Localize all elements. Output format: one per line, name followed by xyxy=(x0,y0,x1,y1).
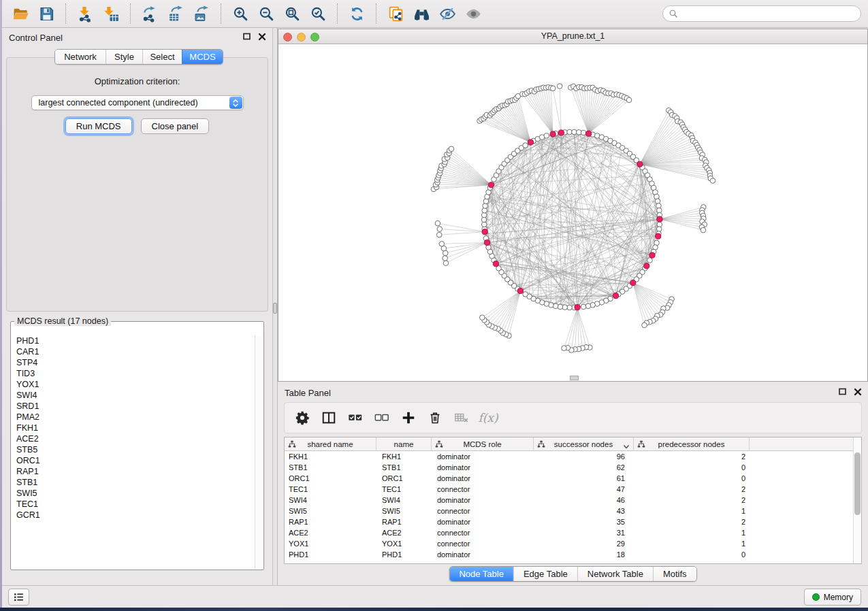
export-network-icon[interactable] xyxy=(140,3,160,24)
table-row[interactable]: FKH1FKH1dominator962 xyxy=(285,451,853,462)
cell-successor-nodes[interactable]: 61 xyxy=(534,473,634,484)
cell-successor-nodes[interactable]: 29 xyxy=(534,538,634,549)
import-network-icon[interactable] xyxy=(75,3,95,24)
cell-predecessor-nodes[interactable]: 2 xyxy=(634,495,750,506)
close-panel-icon[interactable] xyxy=(853,387,863,397)
cell-predecessor-nodes[interactable]: 2 xyxy=(634,451,750,462)
open-session-icon[interactable] xyxy=(10,3,31,24)
function-builder-icon[interactable]: f(x) xyxy=(480,410,496,426)
select-all-icon[interactable] xyxy=(347,410,364,426)
window-close-icon[interactable] xyxy=(283,33,292,42)
float-panel-icon[interactable] xyxy=(242,32,252,42)
cell-mcds-role[interactable]: dominator xyxy=(432,451,534,462)
cell-shared-name[interactable]: ORC1 xyxy=(285,473,376,484)
table-scrollbar[interactable] xyxy=(853,437,861,563)
cell-predecessor-nodes[interactable]: 0 xyxy=(634,462,750,473)
tab-network-table[interactable]: Network Table xyxy=(577,567,653,581)
show-hide-details-icon[interactable] xyxy=(463,3,483,24)
cell-predecessor-nodes[interactable]: 0 xyxy=(634,549,750,560)
import-table-icon[interactable] xyxy=(101,3,121,24)
deselect-all-icon[interactable] xyxy=(374,410,390,426)
cell-name[interactable]: PHD1 xyxy=(376,549,432,560)
cell-shared-name[interactable]: YOX1 xyxy=(285,538,376,549)
cell-shared-name[interactable]: STB1 xyxy=(285,462,376,473)
cell-name[interactable]: YOX1 xyxy=(376,538,432,549)
mcds-result-scrollbar[interactable] xyxy=(255,335,262,568)
cell-name[interactable]: ACE2 xyxy=(376,527,432,538)
clone-network-icon[interactable] xyxy=(385,3,406,24)
cell-name[interactable]: RAP1 xyxy=(376,516,432,527)
cell-mcds-role[interactable]: dominator xyxy=(432,495,534,506)
cell-name[interactable]: SWI4 xyxy=(376,495,432,506)
table-row[interactable]: PHD1PHD1dominator180 xyxy=(285,549,853,560)
delete-column-icon[interactable] xyxy=(427,410,443,426)
network-window-titlebar[interactable]: YPA_prune.txt_1 xyxy=(278,29,867,44)
cell-successor-nodes[interactable]: 47 xyxy=(534,484,634,495)
tab-motifs[interactable]: Motifs xyxy=(653,567,696,581)
cell-successor-nodes[interactable]: 18 xyxy=(534,549,634,560)
tab-select[interactable]: Select xyxy=(142,50,182,64)
cell-name[interactable]: TEC1 xyxy=(376,484,432,495)
network-graph[interactable] xyxy=(278,44,867,381)
cell-shared-name[interactable]: FKH1 xyxy=(285,451,376,462)
cell-predecessor-nodes[interactable]: 2 xyxy=(634,484,750,495)
window-maximize-icon[interactable] xyxy=(310,33,319,42)
cell-mcds-role[interactable]: dominator xyxy=(432,516,534,527)
cell-mcds-role[interactable]: dominator xyxy=(432,549,534,560)
run-mcds-button[interactable]: Run MCDS xyxy=(65,118,132,134)
cell-shared-name[interactable]: PHD1 xyxy=(285,549,376,560)
export-image-icon[interactable] xyxy=(191,3,212,24)
zoom-selected-icon[interactable] xyxy=(308,3,328,24)
tab-style[interactable]: Style xyxy=(106,50,142,64)
cell-shared-name[interactable]: TEC1 xyxy=(285,484,376,495)
cell-successor-nodes[interactable]: 35 xyxy=(534,516,634,527)
table-row[interactable]: SWI4SWI4dominator462 xyxy=(285,495,853,506)
zoom-in-icon[interactable] xyxy=(230,3,251,24)
task-history-button[interactable] xyxy=(8,589,29,606)
column-header-successor-nodes[interactable]: successor nodes xyxy=(534,437,634,451)
column-header-shared-name[interactable]: shared name xyxy=(285,437,376,451)
close-panel-button[interactable]: Close panel xyxy=(141,118,210,134)
toggle-graphics-details-icon[interactable] xyxy=(437,3,457,24)
table-row[interactable]: TEC1TEC1connector472 xyxy=(285,484,853,495)
settings-gear-icon[interactable] xyxy=(294,410,310,426)
cell-successor-nodes[interactable]: 96 xyxy=(534,451,634,462)
window-minimize-icon[interactable] xyxy=(297,33,306,42)
export-table-icon[interactable] xyxy=(165,3,186,24)
cell-mcds-role[interactable]: connector xyxy=(432,538,534,549)
tab-edge-table[interactable]: Edge Table xyxy=(513,567,577,581)
add-column-icon[interactable] xyxy=(400,410,417,426)
table-row[interactable]: STB1STB1dominator620 xyxy=(285,462,853,473)
cell-mcds-role[interactable]: dominator xyxy=(432,462,534,473)
tab-network[interactable]: Network xyxy=(55,50,106,64)
cell-shared-name[interactable]: SWI5 xyxy=(285,506,376,516)
cell-mcds-role[interactable]: connector xyxy=(432,506,534,516)
table-row[interactable]: ACE2ACE2connector311 xyxy=(285,527,853,538)
tab-node-table[interactable]: Node Table xyxy=(449,567,513,581)
horizontal-splitter-grip[interactable] xyxy=(570,376,579,380)
panel-splitter[interactable] xyxy=(272,28,278,585)
cell-predecessor-nodes[interactable]: 1 xyxy=(634,527,750,538)
optimization-criterion-select[interactable]: largest connected component (undirected) xyxy=(31,95,244,110)
cell-shared-name[interactable]: ACE2 xyxy=(285,527,376,538)
zoom-out-icon[interactable] xyxy=(256,3,276,24)
float-panel-icon[interactable] xyxy=(838,387,848,397)
tab-mcds[interactable]: MCDS xyxy=(182,50,223,64)
cell-shared-name[interactable]: SWI4 xyxy=(285,495,376,506)
splitter-grip-icon[interactable] xyxy=(273,303,277,314)
cell-successor-nodes[interactable]: 62 xyxy=(534,462,634,473)
table-row[interactable]: ORC1ORC1dominator610 xyxy=(285,473,853,484)
cell-predecessor-nodes[interactable]: 1 xyxy=(634,506,750,516)
cell-name[interactable]: FKH1 xyxy=(376,451,432,462)
search-input[interactable] xyxy=(679,7,861,20)
cell-mcds-role[interactable]: connector xyxy=(432,484,534,495)
zoom-fit-icon[interactable] xyxy=(282,3,302,24)
cell-mcds-role[interactable]: connector xyxy=(432,527,534,538)
cell-predecessor-nodes[interactable]: 1 xyxy=(634,538,750,549)
cell-successor-nodes[interactable]: 31 xyxy=(534,527,634,538)
search-box[interactable] xyxy=(662,5,861,22)
cell-predecessor-nodes[interactable]: 2 xyxy=(634,516,750,527)
close-panel-icon[interactable] xyxy=(257,32,267,42)
memory-button[interactable]: Memory xyxy=(804,589,861,606)
split-panel-icon[interactable] xyxy=(321,410,337,426)
